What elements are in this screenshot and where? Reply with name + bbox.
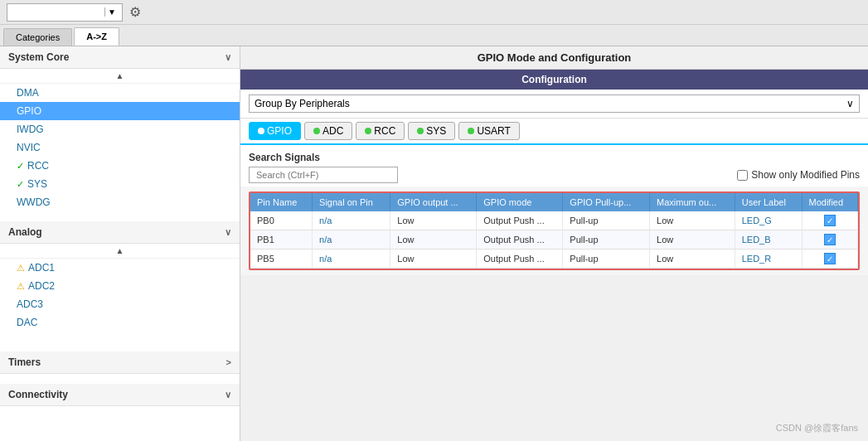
gpio-table: Pin Name Signal on Pin GPIO output ... G…	[250, 193, 858, 269]
cell-pull: Pull-up	[563, 211, 650, 230]
nvic-label: NVIC	[17, 142, 41, 153]
col-modified: Modified	[802, 193, 858, 211]
cell-signal: n/a	[313, 211, 390, 230]
cell-max-output: Low	[650, 230, 735, 250]
timers-label: Timers	[8, 356, 41, 368]
cell-modified[interactable]: ✓	[802, 211, 858, 230]
connectivity-chevron: ∨	[225, 390, 231, 400]
system-core-chevron: ∨	[225, 52, 231, 63]
cell-modified[interactable]: ✓	[802, 230, 858, 250]
wwdg-label: WWDG	[17, 196, 51, 208]
connectivity-label: Connectivity	[8, 389, 68, 400]
system-core-nav: ▲	[0, 69, 240, 84]
col-gpio-pull: GPIO Pull-up...	[563, 193, 650, 211]
analog-chevron: ∨	[225, 227, 231, 238]
cell-modified[interactable]: ✓	[802, 250, 858, 269]
sidebar-item-gpio[interactable]: GPIO	[0, 102, 240, 120]
sidebar-item-dma[interactable]: DMA	[0, 84, 240, 102]
modified-checkbox-checked[interactable]: ✓	[824, 253, 836, 264]
rcc-dot	[365, 128, 371, 134]
cell-pin-name: PB1	[250, 230, 313, 250]
sidebar-item-adc3[interactable]: ADC3	[0, 295, 240, 313]
signals-search-input[interactable]	[249, 167, 398, 183]
sidebar-item-adc2[interactable]: ⚠ ADC2	[0, 277, 240, 295]
adc1-label: ADC1	[28, 262, 55, 274]
sidebar-item-iwdg[interactable]: IWDG	[0, 120, 240, 138]
ptab-usart[interactable]: USART	[458, 122, 519, 140]
analog-nav-up-arrow[interactable]: ▲	[116, 246, 124, 255]
col-max-output: Maximum ou...	[650, 193, 735, 211]
cell-signal: n/a	[313, 230, 390, 250]
content-area: GPIO Mode and Configuration Configuratio…	[240, 46, 868, 275]
gear-icon[interactable]: ⚙	[129, 4, 141, 20]
sidebar: System Core ∨ ▲ DMA GPIO IWDG NVIC ✓ RCC…	[0, 46, 240, 441]
cell-user-label: LED_G	[735, 211, 802, 230]
search-input[interactable]	[11, 7, 104, 17]
gpio-label: GPIO	[17, 105, 41, 117]
cell-pull: Pull-up	[563, 230, 650, 250]
dma-label: DMA	[17, 87, 39, 99]
analog-nav: ▲	[0, 244, 240, 259]
sidebar-item-adc1[interactable]: ⚠ ADC1	[0, 259, 240, 277]
nav-up-arrow[interactable]: ▲	[116, 71, 124, 80]
dac-label: DAC	[17, 317, 37, 328]
ptab-rcc[interactable]: RCC	[356, 122, 405, 140]
ptab-sys[interactable]: SYS	[408, 122, 455, 140]
analog-label: Analog	[8, 226, 42, 238]
cell-gpio-output: Low	[390, 230, 477, 250]
modified-checkbox-checked[interactable]: ✓	[824, 234, 836, 245]
cell-gpio-output: Low	[390, 250, 477, 269]
section-analog[interactable]: Analog ∨	[0, 221, 240, 244]
ptab-adc[interactable]: ADC	[304, 122, 352, 140]
cell-gpio-mode: Output Push ...	[477, 211, 563, 230]
sys-label: SYS	[27, 178, 47, 190]
search-box[interactable]: ▼	[7, 3, 123, 22]
show-modified-label[interactable]: Show only Modified Pins	[737, 169, 860, 181]
cell-user-label: LED_B	[735, 230, 802, 250]
sidebar-item-rcc[interactable]: ✓ RCC	[0, 157, 240, 175]
sidebar-item-sys[interactable]: ✓ SYS	[0, 175, 240, 193]
table-row[interactable]: PB0 n/a Low Output Push ... Pull-up Low …	[250, 211, 858, 230]
group-by-row: Group By Peripherals ∨	[240, 90, 868, 119]
modified-checkbox-checked[interactable]: ✓	[824, 215, 836, 226]
group-by-label: Group By Peripherals	[255, 98, 350, 109]
sidebar-item-nvic[interactable]: NVIC	[0, 138, 240, 157]
rcc-label: RCC	[27, 160, 49, 172]
section-system-core[interactable]: System Core ∨	[0, 46, 240, 69]
tab-categories[interactable]: Categories	[3, 28, 72, 46]
top-bar: ▼ ⚙	[0, 0, 868, 25]
usart-dot	[468, 128, 474, 134]
tab-az[interactable]: A->Z	[74, 27, 119, 46]
signals-title: Search Signals	[249, 152, 860, 163]
timers-chevron: >	[226, 357, 231, 367]
ptab-gpio[interactable]: GPIO	[249, 122, 301, 140]
group-by-select[interactable]: Group By Peripherals ∨	[249, 94, 860, 113]
table-row[interactable]: PB1 n/a Low Output Push ... Pull-up Low …	[250, 230, 858, 250]
iwdg-label: IWDG	[17, 124, 44, 135]
sidebar-item-wwdg[interactable]: WWDG	[0, 193, 240, 211]
sidebar-item-dac[interactable]: DAC	[0, 313, 240, 332]
section-timers[interactable]: Timers >	[0, 351, 240, 374]
col-user-label: User Label	[735, 193, 802, 211]
group-by-arrow: ∨	[846, 98, 854, 109]
table-row[interactable]: PB5 n/a Low Output Push ... Pull-up Low …	[250, 250, 858, 269]
search-signals-row: Show only Modified Pins	[249, 167, 860, 183]
content-wrapper: GPIO Mode and Configuration Configuratio…	[240, 46, 868, 441]
page-title: GPIO Mode and Configuration	[240, 46, 868, 70]
adc2-label: ADC2	[28, 280, 55, 292]
signals-section: Search Signals Show only Modified Pins	[240, 145, 868, 187]
section-connectivity[interactable]: Connectivity ∨	[0, 384, 240, 406]
col-signal: Signal on Pin	[313, 193, 390, 211]
cell-max-output: Low	[650, 211, 735, 230]
peripheral-tabs: GPIO ADC RCC SYS USART	[240, 119, 868, 145]
cell-max-output: Low	[650, 250, 735, 269]
show-modified-checkbox[interactable]	[737, 170, 748, 181]
cell-signal: n/a	[313, 250, 390, 269]
sys-tab-label: SYS	[426, 125, 446, 137]
cell-pin-name: PB5	[250, 250, 313, 269]
cell-gpio-output: Low	[390, 211, 477, 230]
col-pin-name: Pin Name	[250, 193, 313, 211]
cell-pull: Pull-up	[563, 250, 650, 269]
adc1-warn-icon: ⚠	[17, 263, 25, 274]
search-dropdown-arrow[interactable]: ▼	[104, 7, 119, 17]
